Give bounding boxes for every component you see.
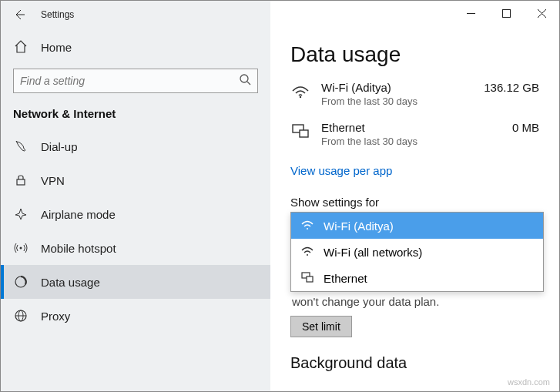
show-settings-dropdown[interactable]: Wi-Fi (Aditya) Wi-Fi (all networks) Ethe… <box>290 212 544 292</box>
nav-label: Mobile hotspot <box>41 242 116 255</box>
page-title: Data usage <box>290 42 544 67</box>
set-limit-button[interactable]: Set limit <box>290 316 352 337</box>
svg-rect-15 <box>307 276 313 282</box>
nav-airplane[interactable]: Airplane mode <box>1 197 270 231</box>
search-box[interactable] <box>13 69 258 93</box>
search-input[interactable] <box>20 75 239 87</box>
dropdown-option-label: Ethernet <box>324 272 367 285</box>
nav-label: Dial-up <box>41 140 78 153</box>
usage-sub: From the last 30 days <box>321 136 512 147</box>
ethernet-icon <box>300 270 314 286</box>
nav-label: Data usage <box>41 276 100 289</box>
view-usage-link[interactable]: View usage per app <box>290 164 392 177</box>
dropdown-option-ethernet[interactable]: Ethernet <box>291 265 543 291</box>
show-settings-label: Show settings for <box>290 196 544 209</box>
nav-dialup[interactable]: Dial-up <box>1 129 270 163</box>
nav-label: VPN <box>41 174 65 187</box>
svg-rect-3 <box>17 179 25 185</box>
nav-datausage[interactable]: Data usage <box>1 265 270 299</box>
nav-hotspot[interactable]: Mobile hotspot <box>1 231 270 265</box>
wifi-icon <box>300 218 314 234</box>
nav-vpn[interactable]: VPN <box>1 163 270 197</box>
dropdown-option-label: Wi-Fi (all networks) <box>324 246 422 259</box>
watermark: wsxdn.com <box>508 377 550 387</box>
dropdown-option-label: Wi-Fi (Aditya) <box>324 219 394 233</box>
search-icon <box>239 73 251 89</box>
dialup-icon <box>13 139 29 153</box>
minimize-button[interactable] <box>453 1 488 25</box>
svg-rect-11 <box>300 130 308 137</box>
vpn-icon <box>13 173 29 187</box>
maximize-button[interactable] <box>488 1 524 25</box>
nav-label: Proxy <box>41 310 70 323</box>
window-controls <box>453 1 559 25</box>
usage-name: Ethernet <box>321 121 512 134</box>
back-button[interactable] <box>7 2 32 27</box>
dropdown-option-wifi-all[interactable]: Wi-Fi (all networks) <box>291 239 543 265</box>
sidebar: Settings Home Network & Internet <box>1 1 270 391</box>
proxy-icon <box>13 309 29 323</box>
usage-wifi-row: Wi-Fi (Aditya) From the last 30 days 136… <box>290 81 544 107</box>
usage-value: 0 MB <box>512 121 544 134</box>
datausage-icon <box>13 275 29 289</box>
usage-name: Wi-Fi (Aditya) <box>321 81 484 94</box>
svg-point-13 <box>307 254 308 256</box>
wifi-icon <box>300 244 314 260</box>
data-limit-note: won't change your data plan. <box>290 295 544 308</box>
background-data-header: Background data <box>290 354 544 372</box>
main-panel: Data usage Wi-Fi (Aditya) From the last … <box>270 1 559 391</box>
usage-sub: From the last 30 days <box>321 95 484 107</box>
svg-point-9 <box>300 96 301 98</box>
minimize-icon <box>467 9 475 18</box>
airplane-icon <box>13 207 29 221</box>
svg-point-1 <box>240 75 248 82</box>
sidebar-content: Home Network & Internet Dial-up VPN <box>1 28 270 333</box>
category-header: Network & Internet <box>1 107 270 129</box>
settings-window: Settings Home Network & Internet <box>0 0 560 392</box>
maximize-icon <box>502 9 511 18</box>
arrow-left-icon <box>13 8 25 21</box>
window-title: Settings <box>41 9 74 20</box>
nav-proxy[interactable]: Proxy <box>1 299 270 333</box>
home-link[interactable]: Home <box>1 32 270 62</box>
titlebar: Settings <box>1 1 270 28</box>
home-icon <box>13 40 29 54</box>
wifi-icon <box>290 81 321 101</box>
svg-line-2 <box>247 82 250 85</box>
usage-ethernet-row: Ethernet From the last 30 days 0 MB <box>290 121 544 147</box>
svg-rect-17 <box>502 9 510 17</box>
close-button[interactable] <box>524 1 559 25</box>
dropdown-option-wifi-aditya[interactable]: Wi-Fi (Aditya) <box>291 213 543 239</box>
svg-point-12 <box>307 228 308 230</box>
hotspot-icon <box>13 241 29 255</box>
svg-point-4 <box>20 247 22 250</box>
close-icon <box>538 9 546 18</box>
home-label: Home <box>41 41 72 54</box>
ethernet-icon <box>290 121 321 141</box>
usage-value: 136.12 GB <box>484 81 544 94</box>
nav-label: Airplane mode <box>41 208 116 221</box>
